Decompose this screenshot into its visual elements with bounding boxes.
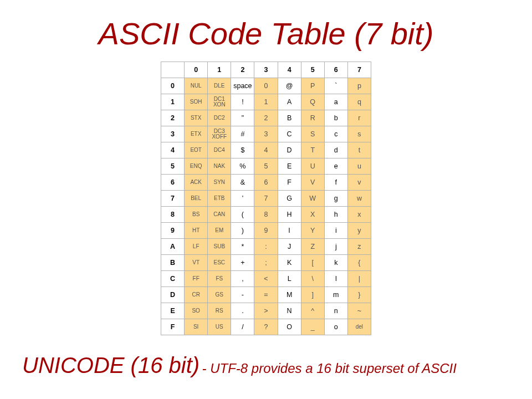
- table-row: 3ETXDC3XOFF#3CScs: [161, 126, 371, 142]
- table-row: 9HTEM)9IYiy: [161, 223, 371, 239]
- cell: ^: [301, 303, 324, 319]
- cell: ETB: [208, 191, 231, 207]
- cell: ACK: [185, 175, 208, 191]
- cell: SYN: [208, 175, 231, 191]
- cell: +: [231, 255, 254, 271]
- row-header: D: [161, 287, 185, 303]
- cell: STX: [185, 110, 208, 126]
- cell: I: [278, 223, 301, 239]
- cell: n: [324, 303, 347, 319]
- cell: e: [324, 158, 347, 175]
- table-row: FSIUS/?O_odel: [161, 319, 371, 335]
- cell: N: [278, 303, 301, 319]
- cell: CAN: [208, 207, 231, 223]
- cell: D: [278, 142, 301, 158]
- table-row: 0NULDLEspace0@P`p: [161, 78, 371, 94]
- cell: DC4: [208, 142, 231, 158]
- table-row: 5ENQNAK%5EUeu: [161, 158, 371, 175]
- cell: 1: [254, 94, 278, 110]
- cell: _: [301, 319, 324, 335]
- caption-big: UNICODE (16 bit): [22, 353, 200, 377]
- cell: 7: [254, 191, 278, 207]
- cell: P: [301, 78, 324, 94]
- cell: *: [231, 239, 254, 255]
- cell: >: [254, 303, 278, 319]
- table-body: 0NULDLEspace0@P`p1SOHDC1XON!1AQaq2STXDC2…: [161, 78, 371, 335]
- col-header: 0: [185, 62, 208, 78]
- table-row: 4EOTDC4$4DTdt: [161, 142, 371, 158]
- cell: %: [231, 158, 254, 175]
- cell: B: [278, 110, 301, 126]
- cell: RS: [208, 303, 231, 319]
- cell: FF: [185, 271, 208, 287]
- cell: R: [301, 110, 324, 126]
- ascii-table-wrap: 0 1 2 3 4 5 6 7 0NULDLEspace0@P`p1SOHDC1…: [161, 62, 371, 335]
- cell: del: [347, 319, 371, 335]
- caption-small: - UTF-8 provides a 16 bit superset of AS…: [202, 361, 457, 376]
- cell: ]: [301, 287, 324, 303]
- cell: y: [347, 223, 371, 239]
- cell: [: [301, 255, 324, 271]
- slide: ASCII Code Table (7 bit) 0 1 2 3 4 5 6 7…: [0, 0, 532, 399]
- cell: u: [347, 158, 371, 175]
- cell: q: [347, 94, 371, 110]
- cell: /: [231, 319, 254, 335]
- cell: &: [231, 175, 254, 191]
- cell: 0: [254, 78, 278, 94]
- cell: .: [231, 303, 254, 319]
- col-header: 3: [254, 62, 278, 78]
- cell: k: [324, 255, 347, 271]
- row-header: C: [161, 271, 185, 287]
- cell: T: [301, 142, 324, 158]
- row-header: 0: [161, 78, 185, 94]
- header-row: 0 1 2 3 4 5 6 7: [161, 62, 371, 78]
- cell: ?: [254, 319, 278, 335]
- col-header: 5: [301, 62, 324, 78]
- cell: O: [278, 319, 301, 335]
- cell: EOT: [185, 142, 208, 158]
- cell: \: [301, 271, 324, 287]
- cell: W: [301, 191, 324, 207]
- row-header: 6: [161, 175, 185, 191]
- table-row: ALFSUB*:JZjz: [161, 239, 371, 255]
- table-row: CFFFS,<L\l|: [161, 271, 371, 287]
- cell: p: [347, 78, 371, 94]
- cell: SO: [185, 303, 208, 319]
- cell: :: [254, 239, 278, 255]
- cell: <: [254, 271, 278, 287]
- cell: ENQ: [185, 158, 208, 175]
- row-header: B: [161, 255, 185, 271]
- cell: J: [278, 239, 301, 255]
- cell: E: [278, 158, 301, 175]
- cell: BEL: [185, 191, 208, 207]
- cell: F: [278, 175, 301, 191]
- cell: 6: [254, 175, 278, 191]
- row-header: 5: [161, 158, 185, 175]
- cell: 8: [254, 207, 278, 223]
- cell: DC1XON: [208, 94, 231, 110]
- slide-title: ASCII Code Table (7 bit): [0, 16, 532, 52]
- row-header: 7: [161, 191, 185, 207]
- table-row: 8BSCAN(8HXhx: [161, 207, 371, 223]
- cell: 4: [254, 142, 278, 158]
- cell: h: [324, 207, 347, 223]
- cell: `: [324, 78, 347, 94]
- cell: space: [231, 78, 254, 94]
- cell: V: [301, 175, 324, 191]
- table-head: 0 1 2 3 4 5 6 7: [161, 62, 371, 78]
- col-header: 6: [324, 62, 347, 78]
- ascii-table: 0 1 2 3 4 5 6 7 0NULDLEspace0@P`p1SOHDC1…: [161, 62, 371, 335]
- row-header: 9: [161, 223, 185, 239]
- cell: c: [324, 126, 347, 142]
- cell: 9: [254, 223, 278, 239]
- cell: b: [324, 110, 347, 126]
- cell: Z: [301, 239, 324, 255]
- cell: DC2: [208, 110, 231, 126]
- table-row: 6ACKSYN&6FVfv: [161, 175, 371, 191]
- cell: NUL: [185, 78, 208, 94]
- cell: (: [231, 207, 254, 223]
- cell: t: [347, 142, 371, 158]
- table-row: DCRGS-=M]m}: [161, 287, 371, 303]
- cell: LF: [185, 239, 208, 255]
- corner-cell: [161, 62, 185, 78]
